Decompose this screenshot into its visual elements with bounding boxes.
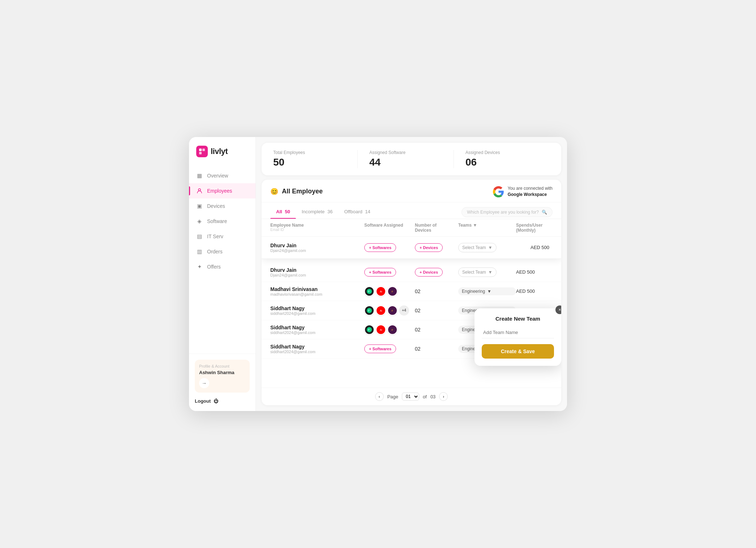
overview-icon: ▦ <box>196 172 203 179</box>
dropdown-chevron-icon: ▼ <box>488 245 493 250</box>
tab-offboard[interactable]: Offboard 14 <box>338 206 376 219</box>
table-header: Employee Name Email ID Software Assigned… <box>262 219 561 237</box>
expanded-spend: AED 500 <box>531 245 561 250</box>
main-content: Total Employees 50 Assigned Software 44 … <box>256 137 567 411</box>
emp-email: madhavisrivasan@gamil.com <box>270 292 364 296</box>
sidebar-item-offers[interactable]: ✦ Offers <box>189 259 255 274</box>
emp-info: Dhurv Jain Djain24@gamil.com <box>270 267 364 277</box>
sidebar-item-orders[interactable]: ▥ Orders <box>189 244 255 259</box>
emp-name: Siddhart Nagy <box>270 344 364 350</box>
more-software-count: +4 <box>399 305 409 316</box>
figma-icon: F <box>364 305 374 316</box>
expanded-add-devices-button[interactable]: + Devices <box>415 243 443 252</box>
team-name-input[interactable] <box>482 327 554 338</box>
stat-assigned-devices: Assigned Devices 06 <box>454 150 550 168</box>
col-software: Software Assigned <box>364 223 415 233</box>
svg-point-3 <box>198 189 201 191</box>
tab-incomplete[interactable]: Incomplete 36 <box>296 206 339 219</box>
svg-text:#: # <box>391 309 393 312</box>
table-row: Madhavi Srinivasan madhavisrivasan@gamil… <box>262 282 561 301</box>
select-team-dropdown[interactable]: Select Team ▼ <box>458 267 497 277</box>
create-save-button[interactable]: Create & Save <box>482 344 554 359</box>
page-total-label: of <box>423 394 427 399</box>
sidebar-item-devices[interactable]: ▣ Devices <box>189 198 255 214</box>
emp-name: Siddhart Nagy <box>270 325 364 330</box>
google-connection-text: You are connected with Google Workspace <box>508 185 553 198</box>
sidebar-item-label: Software <box>207 218 227 224</box>
sidebar-item-label: Orders <box>207 249 223 254</box>
stat-assigned-software-value: 44 <box>369 157 454 168</box>
search-icon: 🔍 <box>542 210 547 215</box>
expanded-add-software-button[interactable]: + Softwares <box>364 243 396 252</box>
slack-icon: # <box>387 305 398 316</box>
logo-text: livlyt <box>211 147 228 156</box>
chevron-down-icon: ▼ <box>488 270 493 275</box>
create-team-popup: × Create New Team Create & Save <box>474 308 561 366</box>
search-box[interactable]: Which Employee are you looking for? 🔍 <box>461 207 553 217</box>
orders-icon: ▥ <box>196 248 203 255</box>
logout-label: Logout <box>195 398 211 404</box>
section-title-text: All Employee <box>282 188 323 195</box>
emp-info: Siddhart Nagy siddhart2024@gamil.com <box>270 305 364 316</box>
section-header: 😊 All Employee You are connected with Go… <box>262 180 561 202</box>
emp-name: Siddhart Nagy <box>270 305 364 311</box>
software-icons: F Ai # <box>364 325 415 335</box>
devices-cell: + Devices <box>415 268 458 277</box>
software-cell: F Ai # <box>364 286 415 296</box>
sidebar: livlyt ▦ Overview Employees ▣ Devices <box>189 137 256 411</box>
sidebar-footer: Profile & Account Ashwin Sharma → Logout… <box>189 354 255 411</box>
stat-total-employees: Total Employees 50 <box>273 150 357 168</box>
emp-name: Dhurv Jain <box>270 267 364 273</box>
total-pages: 03 <box>430 394 435 399</box>
expanded-software-btns: + Softwares <box>364 243 415 252</box>
software-cell: F Ai # +4 <box>364 305 415 316</box>
offers-icon: ✦ <box>196 264 203 270</box>
sidebar-item-software[interactable]: ◈ Software <box>189 214 255 229</box>
devices-count: 02 <box>415 346 458 352</box>
add-software-button[interactable]: + Softwares <box>364 344 396 353</box>
software-cell: + Softwares <box>364 344 415 353</box>
svg-text:Ai: Ai <box>380 290 382 293</box>
col-spends: Spends/User(Monthly) <box>516 223 561 233</box>
popup-close-button[interactable]: × <box>555 305 561 314</box>
emp-info: Madhavi Srinivasan madhavisrivasan@gamil… <box>270 286 364 296</box>
svg-rect-1 <box>202 149 205 151</box>
add-devices-button[interactable]: + Devices <box>415 268 443 277</box>
figma-icon: F <box>364 325 374 335</box>
sidebar-item-label: Offers <box>207 264 221 270</box>
svg-rect-0 <box>199 149 202 151</box>
page-select-dropdown[interactable]: 01 02 03 <box>402 393 419 401</box>
devices-count: 02 <box>415 308 458 313</box>
svg-text:F: F <box>368 309 370 312</box>
col-employee-name: Employee Name Email ID <box>270 223 364 233</box>
search-placeholder: Which Employee are you looking for? <box>467 210 539 215</box>
devices-count: 02 <box>415 327 458 333</box>
software-icons: F Ai # <box>364 286 415 296</box>
tab-all[interactable]: All 50 <box>270 206 296 219</box>
next-page-button[interactable]: › <box>439 392 448 401</box>
table-body: Dhurv Jain Djain24@gamil.com + Softwares… <box>262 237 561 388</box>
expanded-emp-info: Dhurv Jain Djain24@gamil.com <box>270 243 364 253</box>
chevron-icon: ▼ <box>487 289 491 294</box>
sidebar-item-label: Employees <box>207 188 232 194</box>
add-software-button[interactable]: + Softwares <box>364 268 396 277</box>
team-badge: Engineering ▼ <box>458 287 516 295</box>
prev-page-button[interactable]: ‹ <box>375 392 384 401</box>
team-cell[interactable]: Select Team ▼ <box>458 267 516 277</box>
expanded-team-select[interactable]: Select Team ▼ <box>458 243 531 252</box>
profile-arrow-button[interactable]: → <box>199 378 209 388</box>
sidebar-item-overview[interactable]: ▦ Overview <box>189 168 255 183</box>
tabs-row: All 50 Incomplete 36 Offboard 14 Which E… <box>262 202 561 219</box>
stat-assigned-devices-label: Assigned Devices <box>465 150 550 155</box>
adobe-icon: Ai <box>376 305 386 316</box>
sidebar-nav: ▦ Overview Employees ▣ Devices ◈ Softwar… <box>189 164 255 354</box>
logout-button[interactable]: Logout ⏻ <box>195 397 250 405</box>
sidebar-item-it-service[interactable]: ▤ IT Serv <box>189 229 255 244</box>
expanded-select-team-dropdown[interactable]: Select Team ▼ <box>458 243 497 252</box>
google-badge: You are connected with Google Workspace <box>493 185 553 198</box>
software-icon: ◈ <box>196 218 203 224</box>
figma-icon: F <box>364 286 374 296</box>
sidebar-item-employees[interactable]: Employees <box>189 183 255 198</box>
software-cell: F Ai # <box>364 325 415 335</box>
stat-assigned-software: Assigned Software 44 <box>357 150 454 168</box>
